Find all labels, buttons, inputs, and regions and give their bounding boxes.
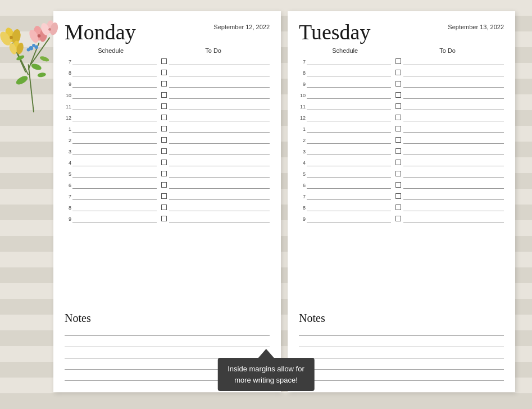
schedule-row: 6 [65, 180, 157, 189]
tuesday-notes: Notes [299, 312, 504, 383]
todo-row [395, 202, 504, 211]
schedule-row: 10 [299, 90, 391, 99]
schedule-row: 1 [65, 124, 157, 133]
tooltip-line1: Inside margins allow for [228, 365, 304, 373]
schedule-row: 4 [299, 157, 391, 166]
todo-row [395, 157, 504, 166]
svg-point-19 [48, 28, 51, 31]
schedule-row: 9 [65, 79, 157, 88]
tuesday-header: Tuesday September 13, 2022 [299, 21, 504, 43]
svg-point-6 [30, 62, 42, 71]
monday-page: Monday September 12, 2022 Schedule To Do… [53, 11, 281, 392]
todo-row [395, 124, 504, 133]
todo-row [395, 169, 504, 178]
schedule-row: 9 [65, 213, 157, 222]
todo-row [395, 67, 504, 76]
todo-row [161, 191, 270, 200]
monday-todo [161, 56, 270, 310]
svg-line-0 [28, 64, 34, 112]
schedule-row: 5 [299, 169, 391, 178]
schedule-row: 12 [299, 112, 391, 121]
tuesday-content: 7 8 9 10 11 12 1 2 3 4 5 6 7 8 9 [299, 56, 504, 310]
tuesday-notes-title: Notes [299, 312, 504, 325]
tuesday-schedule: 7 8 9 10 11 12 1 2 3 4 5 6 7 8 9 [299, 56, 391, 310]
schedule-row: 8 [299, 67, 391, 76]
monday-schedule-header: Schedule [65, 47, 157, 54]
tuesday-todo [395, 56, 504, 310]
schedule-row: 2 [299, 135, 391, 144]
svg-point-5 [15, 74, 29, 86]
todo-row [395, 135, 504, 144]
todo-row [161, 79, 270, 88]
todo-row [395, 79, 504, 88]
todo-row [161, 67, 270, 76]
svg-point-25 [34, 45, 38, 49]
svg-point-11 [10, 36, 13, 39]
tuesday-date: September 13, 2022 [448, 24, 504, 30]
monday-date: September 12, 2022 [213, 24, 270, 30]
todo-row [395, 191, 504, 200]
monday-column-headers: Schedule To Do [65, 47, 270, 54]
todo-row [161, 56, 270, 65]
svg-point-15 [38, 34, 41, 38]
todo-row [161, 135, 270, 144]
tuesday-column-headers: Schedule To Do [299, 47, 504, 54]
schedule-row: 11 [299, 101, 391, 110]
monday-content: 7 8 9 10 11 12 1 2 3 4 5 6 7 8 9 [65, 56, 270, 310]
todo-row [161, 180, 270, 189]
schedule-row: 2 [65, 135, 157, 144]
schedule-row: 7 [299, 191, 391, 200]
schedule-row: 11 [65, 101, 157, 110]
todo-row [161, 213, 270, 222]
tooltip-box: Inside margins allow for more writing sp… [217, 358, 315, 391]
svg-point-7 [37, 72, 46, 78]
todo-row [395, 180, 504, 189]
todo-row [161, 202, 270, 211]
schedule-row: 1 [299, 124, 391, 133]
schedule-row: 3 [65, 146, 157, 155]
todo-row [161, 90, 270, 99]
schedule-row: 8 [65, 202, 157, 211]
todo-row [161, 124, 270, 133]
tooltip-banner: Inside margins allow for more writing sp… [217, 349, 315, 391]
pages-container: Monday September 12, 2022 Schedule To Do… [53, 11, 515, 392]
monday-schedule: 7 8 9 10 11 12 1 2 3 4 5 6 7 8 9 [65, 56, 157, 310]
monday-notes-title: Notes [65, 312, 270, 325]
monday-title: Monday [65, 21, 136, 43]
svg-point-26 [27, 48, 30, 52]
todo-row [161, 157, 270, 166]
todo-row [395, 112, 504, 121]
todo-row [395, 56, 504, 65]
schedule-row: 5 [65, 169, 157, 178]
monday-todo-header: To Do [157, 47, 270, 54]
schedule-row: 10 [65, 90, 157, 99]
schedule-row: 8 [299, 202, 391, 211]
schedule-row: 7 [65, 191, 157, 200]
monday-header: Monday September 12, 2022 [65, 21, 270, 43]
schedule-row: 3 [299, 146, 391, 155]
schedule-row: 9 [299, 79, 391, 88]
schedule-row: 9 [299, 213, 391, 222]
todo-row [161, 169, 270, 178]
todo-row [161, 146, 270, 155]
tuesday-title: Tuesday [299, 21, 370, 43]
tooltip-line2: more writing space! [234, 376, 298, 384]
schedule-row: 7 [299, 56, 391, 65]
todo-row [395, 146, 504, 155]
tuesday-schedule-header: Schedule [299, 47, 391, 54]
schedule-row: 6 [299, 180, 391, 189]
todo-row [161, 101, 270, 110]
svg-point-27 [39, 55, 50, 62]
tuesday-page: Tuesday September 13, 2022 Schedule To D… [288, 11, 515, 392]
todo-row [395, 213, 504, 222]
schedule-row: 7 [65, 56, 157, 65]
todo-row [161, 112, 270, 121]
tooltip-arrow [258, 349, 274, 358]
schedule-row: 12 [65, 112, 157, 121]
todo-row [395, 90, 504, 99]
todo-row [395, 101, 504, 110]
floral-decoration [0, 0, 67, 112]
schedule-row: 4 [65, 157, 157, 166]
tuesday-todo-header: To Do [391, 47, 504, 54]
schedule-row: 8 [65, 67, 157, 76]
